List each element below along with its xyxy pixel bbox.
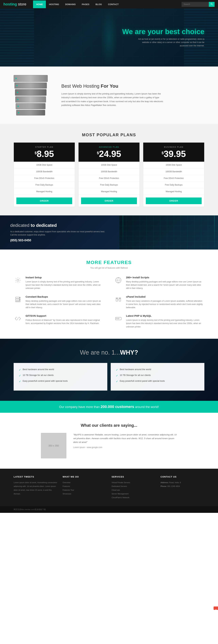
- svg-point-10: [120, 298, 120, 299]
- logo[interactable]: hosting store: [3, 2, 26, 6]
- features-title: MORE FEATURES: [14, 260, 204, 265]
- footer-col-title: Latest Tweets: [14, 476, 58, 478]
- feature-item-instant-setup: Instant Setup Lorem Ipsum is simply dumm…: [14, 276, 104, 290]
- hosting-body: Lorem Ipsum is simply dummy test of the …: [61, 92, 164, 107]
- main-nav: HOME HOSTING DOMAINS PAGES BLOG CONTACT: [33, 0, 122, 8]
- footer: Latest Tweets Lorem ipsum dolor sit amet…: [0, 469, 218, 506]
- svg-point-7: [19, 298, 20, 298]
- plan-feature: Managed Hosting: [14, 188, 75, 195]
- dedicated-left: dedicated to dedicated As a dedicated cu…: [0, 216, 119, 250]
- footer-address-label: Address: Road, India. 8: [161, 480, 205, 484]
- plan-order-advanced: ORDER: [78, 195, 140, 207]
- header: hosting store HOME HOSTING DOMAINS PAGES…: [0, 0, 218, 8]
- avatar: 350 x 350: [41, 433, 66, 458]
- plan-feature: Managed Hosting: [143, 188, 204, 195]
- dedicated-body: As a dedicated customer, enjoy direct su…: [10, 230, 109, 236]
- server-unit: [14, 82, 47, 88]
- feature-title: 280+ Install Scripts: [126, 276, 204, 279]
- cpanel-icon: [114, 295, 123, 304]
- nav-item-home[interactable]: HOME: [33, 0, 46, 8]
- check-icon: ✓: [116, 374, 118, 377]
- footer-bar-left: 网页百搭bbs.xienlac.com更多模板下载: [14, 508, 46, 511]
- hero-section: We are your best choice Act as host at (…: [0, 8, 218, 66]
- search-input[interactable]: [182, 2, 209, 7]
- footer-link[interactable]: Virtual Private Servers: [112, 480, 156, 484]
- plan-name-business: BUSINESS PLAN: [147, 146, 201, 148]
- feature-body: Many desktop publishing packages and web…: [126, 280, 204, 290]
- server-unit: [16, 103, 45, 109]
- plan-feature: Free Daily Backups: [14, 182, 75, 188]
- check-icon: ✓: [19, 374, 21, 377]
- plan-feature: Free DDoS Protection: [78, 175, 140, 182]
- why-item: ✓ 10 TB Storage for all our clients: [19, 374, 102, 377]
- gear-icon: [14, 276, 22, 284]
- feature-body: Lorem Ipsum is simply dummy text of the …: [25, 280, 104, 290]
- check-icon: ✓: [19, 368, 21, 372]
- feature-item-install-scripts: 280+ Install Scripts Many desktop publis…: [114, 276, 204, 290]
- feature-item-php: PHP Latest PHP & MySQL Lorem Ipsum is si…: [114, 314, 204, 328]
- feature-body: Many desktop publishing packages and web…: [25, 300, 104, 310]
- plans-grid: STARTER PLAN $8.95 10GB Disk Space 100GB…: [7, 142, 211, 207]
- order-button-starter[interactable]: ORDER: [16, 198, 72, 204]
- why-item: ✓ Easy powerfull control panel with spec…: [19, 380, 102, 383]
- feature-item-backups: Constant Backups Many desktop publishing…: [14, 295, 104, 310]
- testimonial-text: "MyVPS is awesome! Reliable, secure host…: [73, 433, 177, 448]
- nav-item-contact[interactable]: CONTACT: [105, 0, 122, 8]
- footer-link[interactable]: Features Tour: [63, 488, 107, 492]
- feature-title: Instant Setup: [25, 276, 104, 279]
- footer-link[interactable]: Cloud vps: [112, 488, 156, 492]
- features-subtitle: You will get lot of features with flatho…: [14, 266, 204, 269]
- why-card-2: ✓ Best hardware around the world ✓ 10 TB…: [111, 363, 204, 390]
- footer-link[interactable]: Dedicated Servers: [112, 484, 156, 488]
- feature-body: Lorem Ipsum is simply dummy text of the …: [126, 318, 204, 328]
- hosting-content: Best Web Hosting For You Lorem Ipsum is …: [61, 84, 164, 107]
- footer-col-tweets: Latest Tweets Lorem ipsum dolor sit amet…: [14, 476, 58, 499]
- svg-rect-6: [15, 301, 20, 302]
- plan-card-business: BUSINESS PLAN $39.95 10GB Disk Space 100…: [143, 142, 204, 207]
- features-grid: Instant Setup Lorem Ipsum is simply dumm…: [14, 276, 204, 328]
- svg-line-1: [212, 4, 213, 5]
- feature-title: Latest PHP & MySQL: [126, 314, 204, 317]
- footer-link[interactable]: Overview: [63, 480, 107, 484]
- svg-text:PHP: PHP: [116, 318, 120, 320]
- search-button[interactable]: [209, 2, 215, 7]
- footer-grid: Latest Tweets Lorem ipsum dolor sit amet…: [14, 476, 204, 499]
- plan-order-business: ORDER: [143, 195, 204, 207]
- footer-link[interactable]: Showcase: [63, 492, 107, 496]
- plan-feature: Free DDoS Protection: [143, 175, 204, 182]
- nav-item-pages[interactable]: PAGES: [79, 0, 92, 8]
- check-icon: ✓: [116, 380, 118, 383]
- footer-link[interactable]: Features: [63, 484, 107, 488]
- order-button-advanced[interactable]: ORDER: [81, 198, 137, 204]
- footer-link[interactable]: CloudFlare's Network: [112, 496, 156, 499]
- why-item: ✓ Easy powerfull control panel with spec…: [116, 380, 199, 383]
- hero-title: We are your best choice: [122, 28, 204, 36]
- check-icon: ✓: [116, 368, 118, 372]
- plan-header-business: BUSINESS PLAN $39.95: [143, 142, 204, 162]
- plan-header-starter: STARTER PLAN $8.95: [14, 142, 75, 162]
- server-racks-left-decoration: [0, 8, 34, 66]
- nav-item-blog[interactable]: BLOG: [92, 0, 105, 8]
- footer-col-title: What we do: [63, 476, 107, 478]
- php-icon: PHP: [114, 314, 123, 323]
- nav-item-hosting[interactable]: HOSTING: [46, 0, 62, 8]
- nav-item-domains[interactable]: DOMAINS: [62, 0, 79, 8]
- plan-card-advanced: ADVANCED PLAN $24.95 10GB Disk Space 100…: [78, 142, 140, 207]
- feature-body: There are many variations of passages of…: [126, 300, 204, 310]
- order-button-business[interactable]: ORDER: [146, 198, 202, 204]
- feature-title: GIT/SVN Support: [25, 314, 104, 317]
- dedicated-phone: (855) 503-0450: [10, 238, 109, 242]
- plan-feature: 100GB Bandwidth: [14, 168, 75, 175]
- plan-features-business: 10GB Disk Space 100GB Bandwidth Free DDo…: [143, 162, 204, 195]
- testimonial-author: Lorem ipsum - www.google.com: [73, 446, 177, 448]
- why-section: We are no. 1...WHY? ✓ Best hardware arou…: [0, 339, 218, 401]
- plan-features-starter: 10GB Disk Space 100GB Bandwidth Free DDo…: [14, 162, 75, 195]
- plan-name-starter: STARTER PLAN: [17, 146, 71, 148]
- footer-tweets-body: Lorem ipsum dolor sit amet, #something c…: [14, 480, 58, 496]
- footer-phone-label: Phone: 001 1249 4654: [161, 484, 205, 488]
- svg-point-0: [211, 3, 212, 4]
- feature-content-instant-setup: Instant Setup Lorem Ipsum is simply dumm…: [25, 276, 104, 290]
- footer-link[interactable]: Server Management: [112, 492, 156, 496]
- plan-header-advanced: ADVANCED PLAN $24.95: [78, 142, 140, 162]
- plans-title: MOST POPULAR PLANS: [7, 132, 211, 137]
